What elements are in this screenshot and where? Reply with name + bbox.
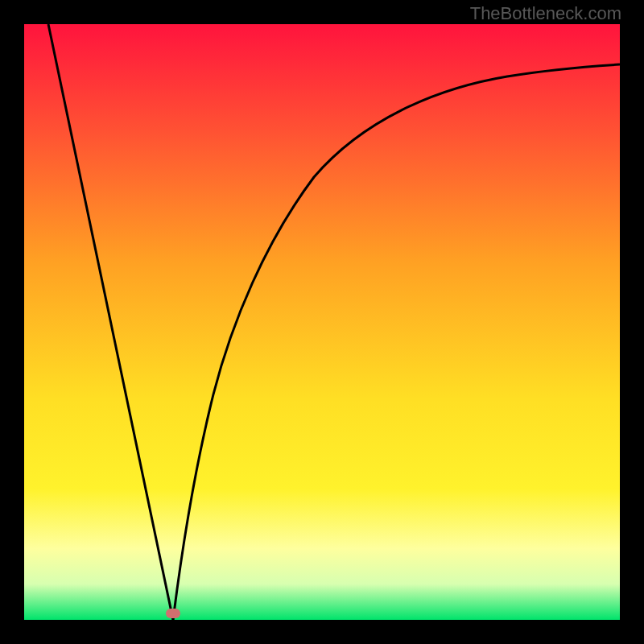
chart-area (24, 24, 620, 620)
gradient-background (24, 24, 620, 620)
watermark-text: TheBottleneck.com (470, 3, 621, 24)
chart-svg (24, 24, 620, 620)
bottleneck-marker (166, 609, 180, 618)
